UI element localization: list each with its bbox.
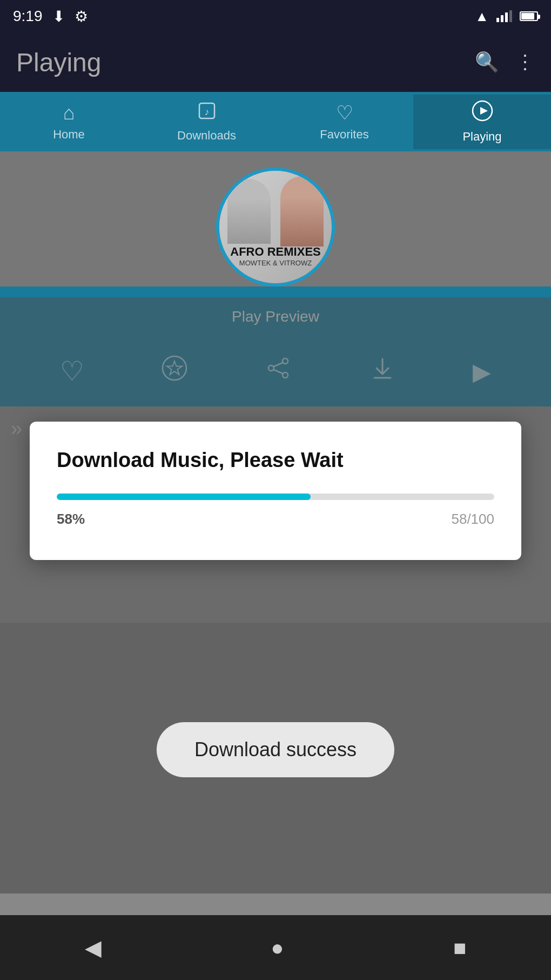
album-title: AFRO REMIXES [230, 245, 320, 259]
nav-tabs: ⌂ Home ♪ Downloads ♡ Favorites Playing [0, 92, 551, 151]
bottom-nav: ◀ ● ■ [0, 915, 551, 980]
status-left: 9:19 ⬇ ⚙ [13, 8, 88, 25]
album-subtitle: MOWTEK & VITROWZ [230, 259, 320, 267]
progress-bar [57, 494, 494, 500]
album-section: AFRO REMIXES MOWTEK & VITROWZ [0, 151, 551, 286]
more-options-icon[interactable]: ⋮ [515, 51, 535, 74]
tab-playing-label: Playing [462, 130, 501, 144]
toast-text: Download success [194, 738, 357, 761]
wifi-icon: ▲ [475, 8, 489, 25]
dialog-title: Download Music, Please Wait [57, 449, 494, 472]
favorites-icon: ♡ [336, 102, 353, 124]
tab-home-label: Home [53, 128, 85, 142]
downloads-icon: ♪ [197, 101, 217, 125]
status-right: ▲ [475, 8, 538, 25]
status-bar: 9:19 ⬇ ⚙ ▲ [0, 0, 551, 32]
download-dialog: Download Music, Please Wait 58% 58/100 [30, 422, 521, 560]
home-icon: ⌂ [63, 102, 75, 124]
app-bar: Playing 🔍 ⋮ [0, 32, 551, 92]
tab-downloads-label: Downloads [177, 129, 236, 143]
signal-icon [496, 10, 512, 22]
main-area: AFRO REMIXES MOWTEK & VITROWZ Play Previ… [0, 151, 551, 894]
settings-status-icon: ⚙ [75, 8, 88, 25]
download-status-icon: ⬇ [52, 8, 65, 25]
progress-fill [57, 494, 311, 500]
status-time: 9:19 [13, 8, 43, 25]
tab-favorites-label: Favorites [320, 128, 368, 142]
dialog-overlay [0, 297, 551, 894]
recents-button[interactable]: ■ [453, 936, 466, 960]
search-icon[interactable]: 🔍 [475, 51, 499, 74]
tab-favorites[interactable]: ♡ Favorites [276, 96, 413, 147]
app-title: Playing [16, 48, 101, 77]
download-success-toast: Download success [157, 722, 394, 777]
svg-text:♪: ♪ [204, 106, 209, 117]
album-art: AFRO REMIXES MOWTEK & VITROWZ [216, 168, 335, 286]
svg-marker-3 [480, 107, 488, 115]
app-bar-icons: 🔍 ⋮ [475, 51, 535, 74]
battery-icon [520, 11, 538, 21]
playing-icon [472, 100, 493, 126]
tab-home[interactable]: ⌂ Home [0, 96, 138, 147]
progress-labels: 58% 58/100 [57, 511, 494, 528]
progress-count: 58/100 [451, 511, 494, 528]
album-art-inner: AFRO REMIXES MOWTEK & VITROWZ [219, 171, 332, 283]
tab-downloads[interactable]: ♪ Downloads [138, 96, 276, 148]
progress-percent: 58% [57, 511, 85, 528]
tab-playing[interactable]: Playing [413, 95, 551, 149]
home-button[interactable]: ● [271, 936, 284, 960]
back-button[interactable]: ◀ [85, 935, 102, 960]
